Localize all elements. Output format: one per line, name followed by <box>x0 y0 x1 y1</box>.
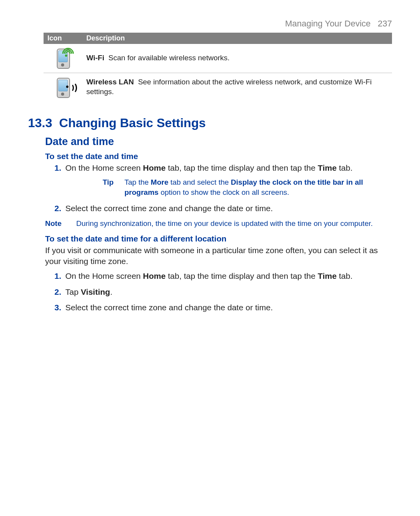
note-block: Note During synchronization, the time on… <box>45 219 392 229</box>
step-1: 1. On the Home screen Home tab, tap the … <box>54 163 392 198</box>
step-number: 2. <box>54 287 61 297</box>
icon-description-table: Icon Description Wi-Fi Scan for availabl… <box>44 33 392 102</box>
desc-wifi: Scan for available wireless networks. <box>108 54 230 62</box>
column-header-icon: Icon <box>44 33 82 44</box>
procedure-heading-1: To set the date and time <box>45 152 392 161</box>
page-number: 237 <box>378 19 392 28</box>
intro-paragraph: If you visit or communicate with someone… <box>45 245 392 267</box>
running-header: Managing Your Device 237 <box>28 19 392 29</box>
subsection-title: Date and time <box>45 136 392 148</box>
section-number: 13.3 <box>28 116 52 130</box>
tip-block: Tip Tap the More tab and select the Disp… <box>103 177 392 197</box>
step-number: 1. <box>54 271 61 282</box>
steps-list-2: 1. On the Home screen Home tab, tap the … <box>54 271 392 313</box>
note-label: Note <box>45 219 76 229</box>
note-content: During synchronization, the time on your… <box>76 219 392 229</box>
tip-content: Tap the More tab and select the Display … <box>124 177 392 197</box>
step-3: 3. Select the correct time zone and chan… <box>54 302 392 313</box>
section-title-text: Changing Basic Settings <box>59 116 206 130</box>
chapter-name: Managing Your Device <box>285 19 371 28</box>
section-title: 13.3 Changing Basic Settings <box>28 116 392 130</box>
step-2: 2. Tap Visiting. <box>54 287 392 297</box>
table-row: Wi-Fi Scan for available wireless networ… <box>44 44 392 73</box>
term-wifi: Wi-Fi <box>86 54 104 62</box>
icon-cell <box>44 73 82 102</box>
step-number: 2. <box>54 203 61 214</box>
step-1: 1. On the Home screen Home tab, tap the … <box>54 271 392 282</box>
pda-wifi-icon <box>55 48 71 68</box>
tip-label: Tip <box>103 177 124 197</box>
term-wlan: Wireless LAN <box>86 78 134 86</box>
step-number: 3. <box>54 302 61 313</box>
pda-wireless-lan-icon <box>55 77 71 97</box>
column-header-description: Description <box>82 33 392 44</box>
step-2: 2. Select the correct time zone and chan… <box>54 203 392 214</box>
description-cell: Wi-Fi Scan for available wireless networ… <box>82 44 392 73</box>
steps-list-1: 1. On the Home screen Home tab, tap the … <box>54 163 392 214</box>
description-cell: Wireless LAN See information about the a… <box>82 73 392 102</box>
step-number: 1. <box>54 163 61 173</box>
table-row: Wireless LAN See information about the a… <box>44 73 392 102</box>
procedure-heading-2: To set the date and time for a different… <box>45 234 392 243</box>
page: Managing Your Device 237 Icon Descriptio… <box>0 0 420 341</box>
icon-cell <box>44 44 82 73</box>
